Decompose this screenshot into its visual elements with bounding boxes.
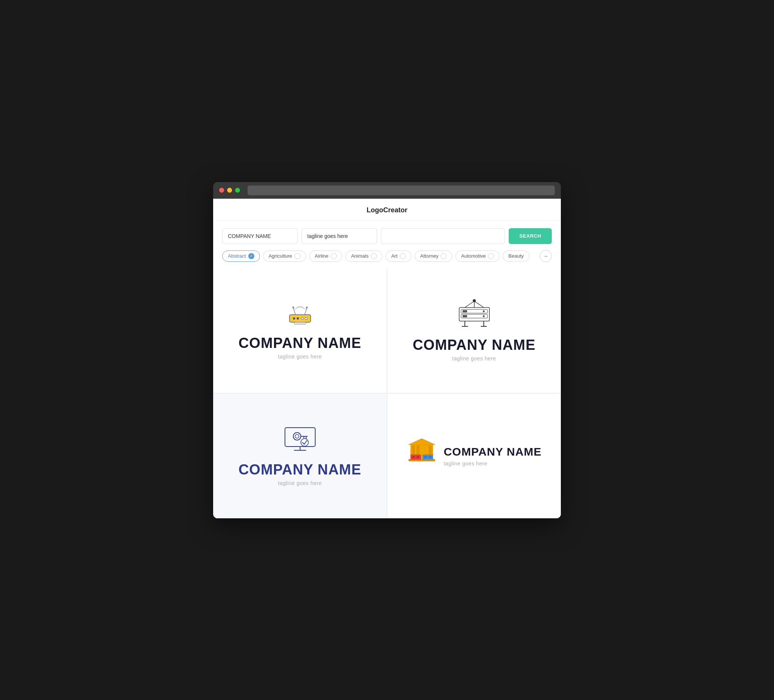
logo-card-4[interactable]: COMPANY NAME tagline goes here — [387, 394, 561, 518]
tagline-input[interactable] — [302, 228, 377, 244]
address-bar[interactable] — [248, 185, 555, 195]
logo-card-2[interactable]: COMPANY NAME tagline goes here — [387, 268, 561, 393]
filter-label-abstract: Abstract — [228, 253, 246, 259]
card-4-text-block: COMPANY NAME tagline goes here — [444, 446, 542, 467]
logo-icon-router — [281, 301, 319, 327]
filter-bar: Abstract ✓ Agriculture ✓ Airline ✓ Anima… — [213, 244, 561, 268]
filter-label-attorney: Attorney — [420, 253, 438, 259]
card-3-tagline: tagline goes here — [278, 480, 322, 486]
svg-rect-17 — [463, 310, 467, 312]
filter-tag-agriculture[interactable]: Agriculture ✓ — [263, 251, 306, 262]
filter-label-animals: Animals — [351, 253, 369, 259]
logo-icon-monitor — [281, 426, 319, 454]
svg-point-19 — [483, 310, 485, 312]
window-close-button[interactable] — [219, 188, 224, 193]
filter-tag-art[interactable]: Art ✓ — [385, 251, 412, 262]
search-bar: SEARCH — [213, 221, 561, 244]
logo-card-4-layout: COMPANY NAME tagline goes here — [407, 437, 542, 475]
filter-check-automotive: ✓ — [488, 253, 494, 259]
filter-tag-automotive[interactable]: Automotive ✓ — [455, 251, 499, 262]
company-name-input[interactable] — [222, 228, 298, 244]
filter-label-beauty: Beauty — [508, 253, 523, 259]
svg-rect-44 — [417, 456, 420, 458]
app-title: LogoCreator — [367, 206, 407, 214]
card-4-company-name: COMPANY NAME — [444, 446, 542, 458]
svg-point-13 — [473, 299, 476, 302]
logo-card-3[interactable]: COMPANY NAME tagline goes here — [213, 394, 387, 518]
svg-rect-45 — [424, 456, 427, 458]
filter-tag-animals[interactable]: Animals ✓ — [346, 251, 382, 262]
window-maximize-button[interactable] — [235, 188, 240, 193]
filter-tag-attorney[interactable]: Attorney ✓ — [415, 251, 452, 262]
card-2-company-name: COMPANY NAME — [413, 337, 536, 353]
logo-card-1[interactable]: COMPANY NAME tagline goes here — [213, 268, 387, 393]
logo-icon-server — [453, 299, 495, 329]
svg-point-20 — [483, 315, 485, 317]
svg-point-2 — [292, 307, 294, 309]
svg-point-5 — [293, 317, 295, 320]
card-1-tagline: tagline goes here — [278, 353, 322, 360]
svg-rect-46 — [428, 456, 432, 458]
window-minimize-button[interactable] — [227, 188, 232, 193]
card-3-company-name: COMPANY NAME — [238, 462, 361, 478]
browser-window: LogoCreator SEARCH Abstract ✓ Agricultur… — [213, 182, 561, 518]
logo-grid: COMPANY NAME tagline goes here — [213, 268, 561, 518]
filter-check-animals: ✓ — [371, 253, 377, 259]
svg-point-6 — [297, 317, 299, 320]
app-header: LogoCreator — [213, 199, 561, 221]
svg-rect-25 — [285, 428, 315, 447]
card-1-company-name: COMPANY NAME — [238, 335, 361, 351]
svg-rect-43 — [412, 456, 415, 458]
filter-label-agriculture: Agriculture — [269, 253, 292, 259]
filter-check-attorney: ✓ — [441, 253, 447, 259]
svg-rect-9 — [294, 322, 306, 325]
browser-titlebar — [213, 182, 561, 199]
filter-next-button[interactable]: → — [540, 250, 552, 262]
card-2-tagline: tagline goes here — [452, 355, 496, 362]
svg-point-29 — [295, 434, 299, 438]
filter-label-art: Art — [391, 253, 398, 259]
search-button[interactable]: SEARCH — [509, 228, 552, 244]
filter-tag-beauty[interactable]: Beauty — [503, 251, 529, 261]
filter-check-abstract: ✓ — [248, 253, 254, 259]
svg-line-12 — [474, 301, 484, 307]
filter-label-airline: Airline — [315, 253, 328, 259]
filter-check-art: ✓ — [400, 253, 406, 259]
svg-point-8 — [305, 317, 307, 320]
filter-tag-abstract[interactable]: Abstract ✓ — [222, 251, 260, 262]
svg-point-3 — [306, 307, 308, 309]
app-content: LogoCreator SEARCH Abstract ✓ Agricultur… — [213, 199, 561, 518]
svg-rect-18 — [463, 315, 467, 317]
extra-search-input[interactable] — [381, 228, 505, 244]
filter-check-airline: ✓ — [331, 253, 337, 259]
card-4-tagline: tagline goes here — [444, 461, 542, 467]
svg-point-28 — [293, 433, 301, 440]
logo-icon-building — [407, 437, 437, 467]
svg-point-7 — [301, 317, 303, 320]
svg-line-10 — [465, 301, 474, 307]
filter-check-agriculture: ✓ — [294, 253, 301, 259]
filter-tag-airline[interactable]: Airline ✓ — [309, 251, 342, 262]
svg-marker-38 — [408, 439, 435, 445]
filter-label-automotive: Automotive — [461, 253, 486, 259]
svg-rect-4 — [289, 315, 311, 322]
